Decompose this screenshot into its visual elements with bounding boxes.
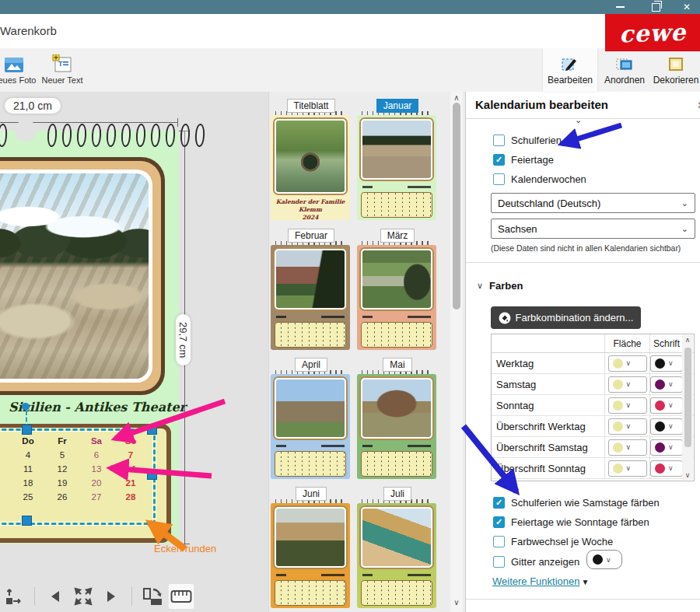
flaeche-color-dropdown[interactable]: ∨ [608, 376, 647, 393]
fullscreen-button[interactable] [71, 584, 96, 609]
main-toolbar: Neues Foto T Neuer Text Bearbeiten Anord… [0, 48, 700, 92]
section-collapse-chevron[interactable]: ⌄ [575, 115, 582, 125]
tab-dekorieren[interactable]: Dekorieren [652, 48, 700, 92]
region-dropdown[interactable]: Sachsen⌄ [491, 219, 695, 239]
menu-row: Warenkorb [0, 14, 700, 48]
chevron-down-icon: ∨ [477, 281, 483, 291]
schrift-color-dropdown[interactable]: ∨ [650, 397, 683, 414]
next-page-button[interactable] [99, 584, 124, 609]
selection-handle-bottom[interactable] [22, 516, 32, 526]
hanger-notch [15, 120, 37, 142]
workspace: 21,0 cm 29,7 cm Sizilien - Antikes Theat… [0, 92, 700, 612]
new-text-icon: T [31, 53, 93, 73]
country-dropdown[interactable]: Deutschland (Deutsch)⌄ [491, 193, 695, 213]
col-header-flaeche: Fläche [605, 334, 650, 352]
flaeche-color-dropdown[interactable]: ∨ [608, 439, 647, 456]
new-text-button[interactable]: T Neuer Text [31, 53, 93, 85]
checkbox-kalenderwochen[interactable]: Kalenderwochen [493, 171, 586, 187]
width-dimension-label: 21,0 cm [5, 98, 61, 114]
close-button[interactable]: ✕ [674, 0, 700, 14]
minimize-button[interactable] [607, 0, 633, 14]
arrange-icon [597, 48, 652, 73]
flaeche-color-dropdown[interactable]: ∨ [608, 460, 647, 477]
date-grid[interactable]: Do Fr Sa So 4 5 6 7 11 12 13 14 18 19 20 [11, 434, 148, 504]
checkbox[interactable] [493, 154, 505, 166]
checkbox[interactable] [493, 497, 505, 509]
rotation-handle[interactable] [22, 403, 30, 411]
tab-anordnen[interactable]: Anordnen [597, 48, 652, 92]
thumb-april[interactable]: April [271, 357, 352, 479]
table-row-samstag: Samstag ∨ ∨ [492, 374, 694, 395]
thumb-label[interactable]: Titelblatt [287, 99, 336, 113]
selection-handle-top[interactable] [22, 425, 32, 435]
flaeche-color-dropdown[interactable]: ∨ [608, 397, 647, 414]
ruler-toggle-icon[interactable] [168, 583, 194, 610]
kalendarium-panel: Kalendarium bearbeiten ✕ ⌄ Schulferien F… [465, 92, 700, 612]
tab-bearbeiten[interactable]: Bearbeiten [543, 48, 597, 92]
preview-toolbar [0, 580, 268, 612]
maximize-button[interactable] [642, 0, 669, 14]
farben-section-header[interactable]: ∨ Farben [477, 280, 523, 292]
thumb-juni[interactable]: Juni [271, 486, 352, 608]
gitter-color-dropdown[interactable]: ∨ [586, 550, 622, 569]
thumb-maerz[interactable]: März [357, 228, 438, 350]
checkbox[interactable] [493, 135, 505, 146]
pages-sidebar: Titelblatt Kalender der Familie Klemm202… [268, 92, 466, 612]
chevron-down-icon: ∨ [606, 556, 611, 564]
thumb-januar[interactable]: Januar [357, 98, 438, 220]
flaeche-color-dropdown[interactable]: ∨ [608, 418, 647, 435]
cover-photo [275, 119, 346, 194]
schrift-color-dropdown[interactable]: ∨ [650, 376, 683, 393]
schrift-color-dropdown[interactable]: ∨ [650, 418, 683, 435]
scroll-up-icon: ∧ [682, 335, 693, 344]
table-scrollbar[interactable]: ∧∨ [682, 335, 693, 480]
table-row-ueberschrift-sonntag: Überschrift Sonntag ∨ ∨ [492, 458, 694, 479]
annotation-ecken-runden: Ecken runden [154, 543, 216, 554]
thumb-juli[interactable]: Juli [357, 486, 438, 608]
canvas-area: 21,0 cm 29,7 cm Sizilien - Antikes Theat… [0, 92, 268, 612]
move-page-icon[interactable] [2, 584, 26, 609]
cewe-logo: cewe [605, 14, 700, 51]
titlebar: ✕ [0, 0, 700, 14]
thumb-label[interactable]: Januar [376, 99, 419, 113]
pages-scrollbar[interactable]: ∧ ∨ [450, 92, 463, 612]
panel-close-icon[interactable]: ✕ [697, 100, 700, 111]
farben-table: Fläche Schrift Werktag ∨ ∨ Samstag ∨ ∨ S… [491, 334, 695, 481]
scroll-down-icon: ∨ [682, 470, 693, 480]
cewe-logo-text: cewe [618, 18, 686, 47]
orientation-toggle-icon[interactable] [140, 584, 165, 609]
schrift-color-dropdown[interactable]: ∨ [650, 355, 683, 372]
schrift-color-dropdown[interactable]: ∨ [650, 439, 683, 456]
checkbox[interactable] [493, 536, 505, 547]
weitere-funktionen-link[interactable]: Weitere Funktionen▼ [492, 575, 589, 587]
farbkombination-button[interactable]: Farbkombination ändern... [491, 306, 641, 329]
panel-note: (Diese Daten sind nicht in allen Kalenda… [491, 244, 681, 253]
warenkorb-menu[interactable]: Warenkorb [0, 24, 57, 37]
selection-handle-top-right[interactable] [147, 425, 157, 435]
checkbox[interactable] [493, 516, 505, 528]
checkbox[interactable] [493, 556, 505, 568]
table-row-werktag: Werktag ∨ ∨ [492, 353, 694, 374]
decorate-icon [652, 48, 700, 73]
paint-icon [499, 312, 511, 324]
mode-tabs: Bearbeiten Anordnen Dekorieren [543, 48, 700, 92]
scroll-down-icon[interactable]: ∨ [450, 596, 463, 609]
calendar-photo[interactable] [0, 173, 149, 379]
checkbox-gitter[interactable]: Gitter anzeigen [493, 554, 579, 569]
thumb-titelblatt[interactable]: Titelblatt Kalender der Familie Klemm202… [271, 98, 352, 220]
checkbox-schulferien[interactable]: Schulferien [493, 132, 562, 148]
checkbox-feiertage-sonntage[interactable]: Feiertage wie Sonntage färben [493, 514, 649, 530]
chevron-down-icon: ⌄ [681, 198, 688, 208]
thumb-mai[interactable]: Mai [357, 357, 438, 479]
selection-handle-right[interactable] [147, 470, 157, 480]
schrift-color-dropdown[interactable]: ∨ [650, 460, 683, 477]
photo-frame[interactable] [0, 157, 165, 395]
checkbox-feiertage[interactable]: Feiertage [493, 152, 554, 167]
thumb-februar[interactable]: Februar [271, 228, 352, 350]
checkbox-farbwechsel[interactable]: Farbwechsel je Woche [493, 533, 613, 549]
checkbox-schulferien-samstage[interactable]: Schulferien wie Samstage färben [493, 495, 660, 510]
scrollbar-thumb[interactable] [453, 103, 460, 309]
previous-page-button[interactable] [43, 584, 68, 609]
checkbox[interactable] [493, 173, 505, 185]
flaeche-color-dropdown[interactable]: ∨ [608, 355, 647, 372]
